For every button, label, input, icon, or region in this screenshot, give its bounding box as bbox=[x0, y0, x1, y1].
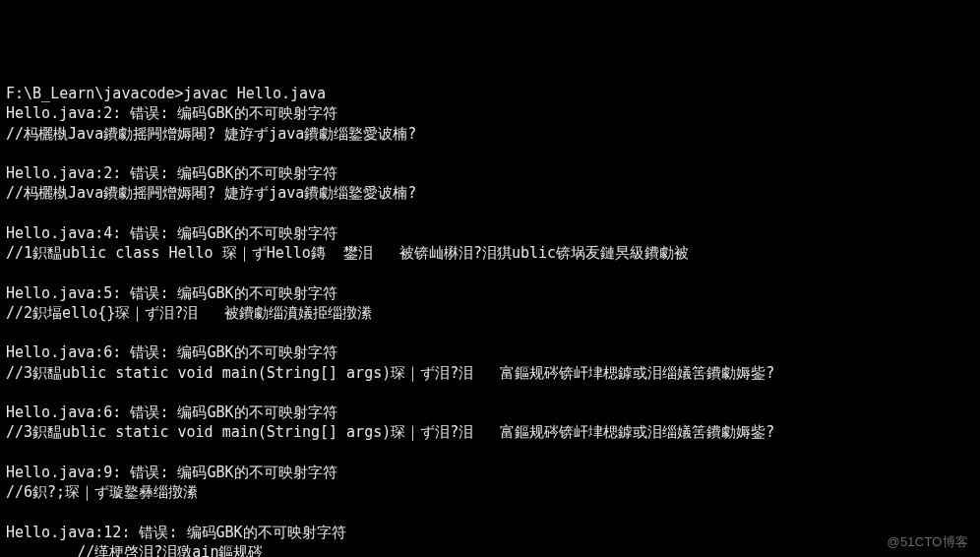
blank-line bbox=[6, 204, 974, 223]
blank-line bbox=[6, 144, 974, 163]
error-line: Hello.java:6: 错误: 编码GBK的不可映射字符 bbox=[6, 402, 974, 422]
source-line: //2鉙堛ello{}琛｜ず泪?泪 被鐨勮缁濆嬟挋缁撴潫 bbox=[6, 303, 974, 323]
error-line: Hello.java:6: 错误: 编码GBK的不可映射字符 bbox=[6, 342, 974, 362]
blank-line bbox=[6, 263, 974, 282]
error-line: Hello.java:5: 错误: 编码GBK的不可映射字符 bbox=[6, 283, 974, 303]
watermark-text: @51CTO博客 bbox=[888, 533, 968, 551]
blank-line bbox=[6, 443, 974, 463]
terminal-output[interactable]: F:\B_Learn\javacode>javac Hello.javaHell… bbox=[6, 84, 974, 557]
source-line: //杩欐槸Java鐨勮摇闁熷媷闀? 婕斿ずjava鐨勮缁鐜愛诐楠? bbox=[6, 124, 974, 144]
command-line: F:\B_Learn\javacode>javac Hello.java bbox=[6, 84, 974, 103]
blank-line bbox=[6, 323, 974, 342]
source-line: //1鉙馧ublic class Hello 琛｜ずHello鏄 鐢泪 被锛屾楙… bbox=[6, 243, 974, 263]
error-line: Hello.java:2: 错误: 编码GBK的不可映射字符 bbox=[6, 163, 974, 183]
error-line: Hello.java:12: 错误: 编码GBK的不可映射字符 bbox=[6, 523, 974, 542]
source-line: //3鉙馧ublic static void main(String[] arg… bbox=[6, 363, 974, 383]
source-line: //6鉙?;琛｜ず璇鐜彝缁撴潫 bbox=[6, 482, 974, 502]
error-line: Hello.java:2: 错误: 编码GBK的不可映射字符 bbox=[6, 103, 974, 123]
blank-line bbox=[6, 383, 974, 402]
source-line: //缂梗啓泪?泪獤ain鏂规硶 bbox=[6, 542, 974, 557]
error-line: Hello.java:9: 错误: 编码GBK的不可映射字符 bbox=[6, 463, 974, 482]
error-line: Hello.java:4: 错误: 编码GBK的不可映射字符 bbox=[6, 223, 974, 243]
source-line: //3鉙馧ublic static void main(String[] arg… bbox=[6, 422, 974, 442]
blank-line bbox=[6, 502, 974, 522]
source-line: //杩欐槸Java鐨勮摇闁熷媷闀? 婕斿ずjava鐨勮缁鐜愛诐楠? bbox=[6, 183, 974, 203]
